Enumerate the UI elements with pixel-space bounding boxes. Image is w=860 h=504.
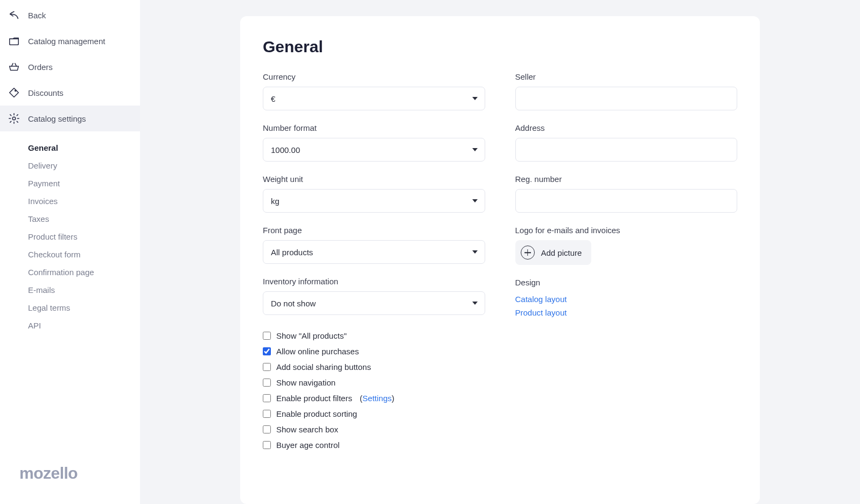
sidebar-item-label: Orders	[28, 62, 53, 72]
checkbox-label: Show search box	[276, 425, 338, 434]
subnav-item-legal-terms[interactable]: Legal terms	[28, 299, 140, 317]
svg-point-1	[12, 117, 16, 120]
sidebar-item-discounts[interactable]: Discounts	[0, 80, 140, 106]
checkbox-label: Add social sharing buttons	[276, 362, 371, 372]
subnav-item-general[interactable]: General	[28, 139, 140, 157]
design-label: Design	[515, 278, 738, 287]
subnav-item-checkout-form[interactable]: Checkout form	[28, 246, 140, 263]
basket-icon	[8, 60, 20, 73]
check-allow-online-purchases: Allow online purchases	[263, 344, 485, 359]
right-column: Seller Address Reg. number Logo for e-ma…	[515, 72, 738, 453]
address-input[interactable]	[515, 138, 738, 162]
subnav-item-delivery[interactable]: Delivery	[28, 157, 140, 174]
checkbox-product-sorting[interactable]	[263, 410, 271, 418]
sidebar-item-label: Discounts	[28, 88, 64, 97]
svg-point-0	[15, 90, 16, 91]
sidebar-subnav: General Delivery Payment Invoices Taxes …	[0, 131, 140, 334]
currency-select[interactable]: €	[263, 87, 485, 110]
checkbox-label: Enable product filters	[276, 394, 352, 403]
sidebar-item-label: Catalog management	[28, 37, 105, 46]
seller-input[interactable]	[515, 87, 738, 110]
checkbox-label: Show navigation	[276, 378, 335, 387]
weight-unit-select[interactable]: kg	[263, 189, 485, 213]
check-product-filters: Enable product filters (Settings)	[263, 390, 485, 406]
checkbox-search-box[interactable]	[263, 425, 271, 433]
add-picture-label: Add picture	[541, 248, 582, 257]
checkbox-label: Buyer age control	[276, 440, 340, 450]
address-label: Address	[515, 123, 738, 132]
add-picture-button[interactable]: Add picture	[515, 240, 592, 265]
inventory-label: Inventory information	[263, 277, 485, 286]
subnav-item-confirmation-page[interactable]: Confirmation page	[28, 263, 140, 281]
settings-card: General Currency € Number format	[240, 16, 760, 504]
main-area: General Currency € Number format	[140, 0, 860, 504]
checkbox-show-all-products[interactable]	[263, 332, 271, 340]
front-page-select[interactable]: All products	[263, 240, 485, 264]
sidebar-item-back[interactable]: Back	[0, 2, 140, 28]
subnav-item-taxes[interactable]: Taxes	[28, 210, 140, 228]
currency-label: Currency	[263, 72, 485, 81]
checkbox-show-navigation[interactable]	[263, 379, 271, 387]
checkbox-buyer-age[interactable]	[263, 441, 271, 449]
product-filters-settings-link[interactable]: Settings	[362, 394, 391, 403]
checkbox-label: Enable product sorting	[276, 409, 357, 418]
number-format-select[interactable]: 1000.00	[263, 138, 485, 162]
seller-label: Seller	[515, 72, 738, 81]
reg-number-label: Reg. number	[515, 174, 738, 184]
sidebar-item-label: Catalog settings	[28, 114, 86, 123]
checkbox-label: Show "All products"	[276, 331, 347, 340]
product-layout-link[interactable]: Product layout	[515, 306, 738, 319]
plus-circle-icon	[521, 246, 535, 260]
sidebar-item-catalog-settings[interactable]: Catalog settings	[0, 106, 140, 131]
inventory-select[interactable]: Do not show	[263, 291, 485, 315]
back-arrow-icon	[8, 9, 20, 22]
sidebar-item-catalog-management[interactable]: Catalog management	[0, 28, 140, 54]
checkbox-product-filters[interactable]	[263, 394, 271, 402]
checkbox-allow-online-purchases[interactable]	[263, 347, 271, 355]
check-show-all-products: Show "All products"	[263, 328, 485, 344]
checkbox-social-sharing[interactable]	[263, 363, 271, 371]
brand-logo: mozello	[0, 453, 140, 504]
left-column: Currency € Number format 1000.00	[263, 72, 485, 453]
subnav-item-payment[interactable]: Payment	[28, 174, 140, 192]
front-page-label: Front page	[263, 226, 485, 235]
sidebar-item-orders[interactable]: Orders	[0, 54, 140, 80]
check-show-navigation: Show navigation	[263, 375, 485, 390]
sidebar-item-label: Back	[28, 11, 46, 20]
reg-number-input[interactable]	[515, 189, 738, 213]
logo-label: Logo for e-mails and invoices	[515, 226, 738, 235]
catalog-layout-link[interactable]: Catalog layout	[515, 292, 738, 306]
checkbox-label: Allow online purchases	[276, 347, 359, 356]
folder-icon	[8, 34, 20, 47]
check-buyer-age: Buyer age control	[263, 437, 485, 453]
subnav-item-emails[interactable]: E-mails	[28, 281, 140, 299]
sidebar: Back Catalog management Orders Discounts	[0, 0, 140, 504]
tag-icon	[8, 86, 20, 99]
subnav-item-product-filters[interactable]: Product filters	[28, 228, 140, 246]
gear-icon	[8, 112, 20, 125]
subnav-item-invoices[interactable]: Invoices	[28, 192, 140, 210]
page-title: General	[263, 38, 737, 56]
check-search-box: Show search box	[263, 422, 485, 437]
subnav-item-api[interactable]: API	[28, 317, 140, 334]
check-social-sharing: Add social sharing buttons	[263, 359, 485, 375]
number-format-label: Number format	[263, 123, 485, 132]
weight-unit-label: Weight unit	[263, 174, 485, 184]
check-product-sorting: Enable product sorting	[263, 406, 485, 422]
